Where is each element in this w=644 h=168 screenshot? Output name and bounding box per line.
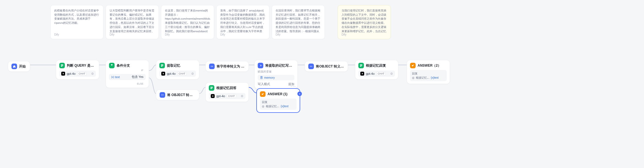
llm-model-row[interactable]: ✦ gpt-4o CHAT ⚙ [209,93,245,99]
condition-val: Yes [139,75,143,78]
llm-icon [59,63,65,68]
gear-icon[interactable]: ⚙ [91,72,94,76]
chip-icon: ◎ [262,104,264,108]
var-section-label: 赋值的变量 [258,70,294,74]
llm-icon [358,63,364,68]
gear-icon[interactable]: ⚙ [241,94,243,98]
node-answer-by-memory-bottom[interactable]: 根据记忆回答 ✦ gpt-4o CHAT ⚙ [205,82,249,102]
llm-mode-badge: CHAT [376,72,386,76]
llm-model-row[interactable]: ✦ gpt-4o CHAT ⚙ [159,71,196,77]
node-title: 条件分支 [117,63,130,68]
reply-label: 回复 [262,100,295,104]
code-icon [160,92,165,98]
desc-footer: Dify [276,32,321,37]
var-chip[interactable]: 🗄 memory [258,75,294,80]
llm-mode-badge: CHAT [227,94,236,98]
desc-footer: Dify [220,32,266,37]
node-object-to-str-top[interactable]: 将OBJECT 转义为字符串 [305,61,348,72]
node-title: 开始 [19,64,26,69]
reply-label: 回复 [412,71,445,76]
llm-model-row[interactable]: ✦ gpt-4o CHAT ⚙ [358,71,395,77]
llm-model-name: gpt-4o [366,72,375,75]
more-dots-icon[interactable]: ··· [291,84,296,89]
database-icon: 🗄 [260,76,263,79]
variable-icon: {x} [111,76,114,78]
node-judge-query[interactable]: 判断 QUERY 是否存在需要... ✦ gpt-4o CHAT ⚙ [56,60,99,80]
node-title: ANSWER (1) [267,92,287,96]
openai-icon: ✦ [161,72,165,76]
node-answer-by-memory-top[interactable]: 根据记忆回复 ✦ gpt-4o CHAT ⚙ [355,60,398,80]
node-answer-2[interactable]: ANSWER（2） 回复 ◎ 根据记忆... {x}text [407,60,450,84]
llm-model-row[interactable]: ✦ gpt-4o CHAT ⚙ [59,71,96,77]
node-title: 将OBJECT 转义为字符串 [316,64,344,69]
node-title: 将提取的记忆写入会话变量 [265,63,294,68]
var-name: memory [264,76,275,79]
node-start[interactable]: 开始 [8,61,30,72]
node-title: 将字符串转义为 OBJECT [217,64,245,69]
code-icon [308,64,314,69]
reply-var: text [434,76,439,79]
openai-icon: ✦ [360,72,364,76]
llm-model-name: gpt-4o [67,72,75,75]
if-label: IF [109,68,146,72]
chip-icon: ◎ [412,76,415,80]
llm-icon [209,85,214,91]
llm-mode-badge: CHAT [177,72,187,76]
reply-binding: 根据记忆... [266,104,279,108]
node-str-to-object[interactable]: 将字符串转义为 OBJECT [205,61,249,72]
reply-binding: 根据记忆... [416,76,429,80]
else-label: ELSE [109,82,146,85]
assign-icon [258,63,263,68]
desc-footer: Dify [342,32,387,37]
desc-card-5: 在回应查询时，我们要求节点根据相关记忆进行回答。如果记忆不相关，则应提供一般性回… [272,5,325,39]
llm-model-name: gpt-4o [167,72,176,75]
node-object-to-str-bottom[interactable]: 将 OBJECT 转义为字符串 [156,90,199,100]
desc-card-4: 首先，由于我们选择了 array[object] 类型作为会话变量的数据类型，因… [216,5,269,39]
node-title: 将 OBJECT 转义为字符串 [167,93,196,97]
condition-var: text [115,75,120,79]
llm-model-name: gpt-4o [216,94,225,98]
node-answer-1[interactable]: ANSWER (1) 回复 ◎ 根据记忆... {x}text + [257,88,300,113]
openai-icon: ✦ [211,94,215,98]
home-icon [11,64,17,69]
llm-mode-badge: CHAT [77,72,87,76]
write-mode-label: 写入模式 [258,82,270,86]
desc-card-2: 让大型模型判断用户查询中是否有需要记住的事实、偏好或记忆。如果有，首先沿着上层分… [106,5,159,39]
code-icon [209,64,215,69]
node-title: 根据记忆回答 [216,86,236,90]
gear-icon[interactable]: ⚙ [191,72,194,76]
gear-icon[interactable]: ⚙ [390,72,393,76]
node-title: ANSWER（2） [418,63,441,68]
reply-var: text [284,105,288,108]
desc-footer: Dify [165,32,210,37]
node-extract-memory[interactable]: 提取记忆 ✦ gpt-4o CHAT ⚙ [156,60,199,80]
answer-icon [260,91,266,97]
openai-icon: ✦ [61,72,65,76]
add-node-button[interactable]: + [297,92,302,96]
answer-icon [410,63,416,68]
node-title: 判断 QUERY 是否存在需要... [67,63,96,68]
desc-footer: Dify [54,32,100,37]
branch-icon [109,63,115,68]
llm-icon [159,63,165,68]
desc-card-1: 此模板着在向用户介绍在对话变量中使用数组的方式，以及通过追加进行变量赋值的方法。… [50,5,103,39]
desc-footer: Dify [110,32,155,37]
condition-op: 包含 [132,75,138,78]
desc-card-3: 在这里，我们使用了来自mem0ai的开源提示：https://github.co… [161,5,214,39]
desc-card-6: 当我们使用记忆时，我们直接将其插入到模型的上下文中。同时，会话级变量不会在后续问… [338,5,391,39]
node-if-else[interactable]: 条件分支 IF {x} text 包含 Yes ELSE [106,60,149,88]
branch-condition-row[interactable]: {x} text 包含 Yes [109,74,146,80]
node-title: 根据记忆回复 [366,63,386,68]
node-title: 提取记忆 [167,63,180,68]
